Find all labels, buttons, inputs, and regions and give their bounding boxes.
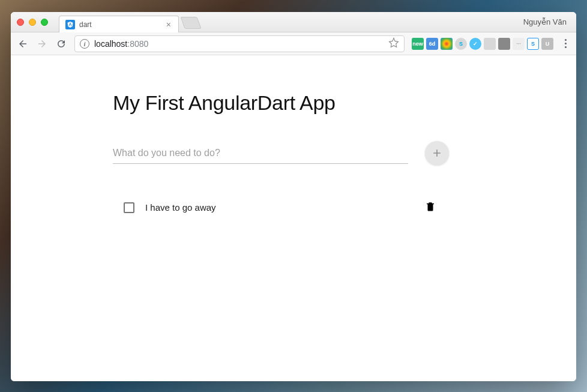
delete-todo-button[interactable] [423,199,438,216]
browser-window: dart × Nguyễn Văn i localhost:8080 new 6… [11,12,576,381]
page-content: My First AngularDart App I have to go aw… [11,55,576,381]
new-todo-input[interactable] [113,143,408,164]
new-tab-button[interactable] [180,17,201,29]
tab-strip: dart × [59,12,523,32]
todo-item: I have to go away [124,194,444,221]
traffic-lights [17,19,48,26]
skype-icon[interactable]: S [455,38,467,50]
bookmark-star-icon[interactable] [388,37,399,50]
address-bar[interactable]: i localhost:8080 [74,35,405,52]
extension-icon[interactable] [484,38,496,50]
browser-toolbar: i localhost:8080 new 6d S ✓ ··· S U [11,32,576,55]
back-button[interactable] [14,35,31,52]
plus-icon [431,147,443,159]
reload-button[interactable] [53,35,70,52]
window-maximize-button[interactable] [41,19,48,26]
titlebar: dart × Nguyễn Văn [11,12,576,32]
window-close-button[interactable] [17,19,24,26]
new-todo-row [113,141,449,165]
trash-icon [425,201,436,212]
angular-favicon-icon [65,20,75,29]
add-todo-button[interactable] [425,141,449,165]
extension-icon[interactable]: S [527,38,539,50]
extension-icon[interactable]: new [412,38,424,50]
window-minimize-button[interactable] [29,19,36,26]
extension-icon[interactable]: ✓ [469,38,481,50]
extension-icon[interactable]: 6d [426,38,438,50]
todo-checkbox[interactable] [124,202,134,213]
todo-text: I have to go away [145,202,412,213]
profile-name[interactable]: Nguyễn Văn [523,17,570,26]
extension-icon[interactable] [498,38,510,50]
page-title: My First AngularDart App [113,91,449,115]
site-info-icon[interactable]: i [80,39,89,49]
extensions-area: new 6d S ✓ ··· S U [409,38,556,50]
browser-menu-button[interactable] [558,39,573,48]
url-host: localhost:8080 [94,39,148,49]
tab-title: dart [79,20,92,29]
browser-tab[interactable]: dart × [59,16,179,32]
extension-icon[interactable]: U [541,38,553,50]
app-container: My First AngularDart App I have to go aw… [113,91,449,221]
tab-close-button[interactable]: × [165,20,172,29]
extension-icon[interactable]: ··· [513,38,525,50]
forward-button[interactable] [34,35,50,52]
todo-list: I have to go away [113,194,449,221]
extension-icon[interactable] [441,38,453,50]
